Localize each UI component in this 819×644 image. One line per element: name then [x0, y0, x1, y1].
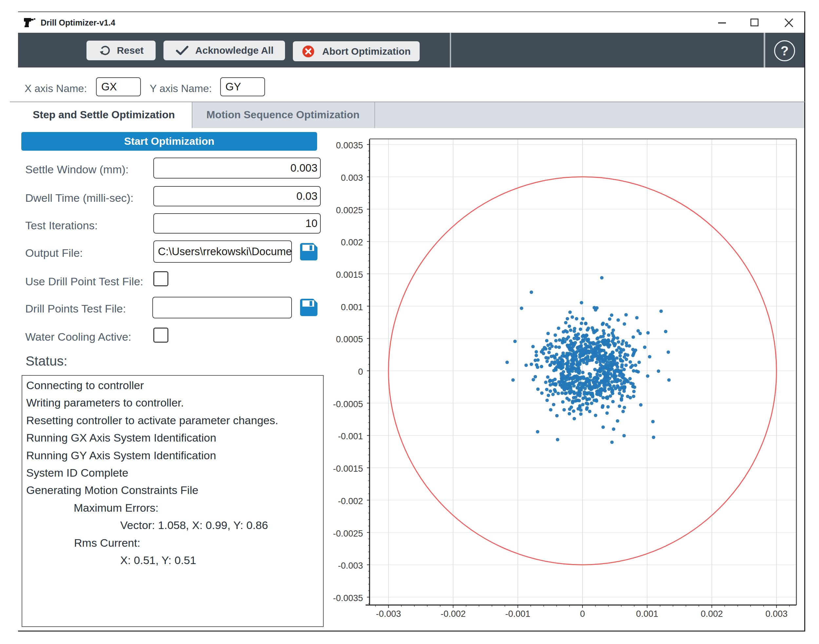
svg-text:0.003: 0.003	[341, 173, 363, 183]
svg-text:0.0025: 0.0025	[336, 205, 363, 215]
svg-text:-0.001: -0.001	[338, 431, 363, 441]
svg-text:0.0005: 0.0005	[336, 334, 363, 344]
svg-text:-0.0015: -0.0015	[333, 464, 363, 474]
svg-text:0.002: 0.002	[341, 238, 363, 247]
svg-text:0.002: 0.002	[701, 609, 723, 619]
svg-text:0: 0	[580, 609, 585, 619]
svg-text:-0.003: -0.003	[338, 561, 363, 570]
svg-text:0.0015: 0.0015	[336, 270, 363, 280]
svg-text:-0.003: -0.003	[376, 609, 401, 619]
svg-text:-0.0035: -0.0035	[333, 593, 363, 603]
svg-text:-0.001: -0.001	[505, 609, 531, 619]
svg-text:-0.002: -0.002	[338, 496, 363, 506]
svg-text:0: 0	[358, 367, 363, 377]
svg-text:-0.0005: -0.0005	[333, 399, 363, 409]
svg-text:-0.0025: -0.0025	[333, 529, 363, 538]
svg-text:0.003: 0.003	[765, 609, 788, 619]
svg-text:0.0035: 0.0035	[336, 141, 363, 150]
svg-text:-0.002: -0.002	[441, 609, 466, 619]
svg-text:0.001: 0.001	[636, 609, 658, 619]
svg-text:0.001: 0.001	[341, 302, 363, 312]
